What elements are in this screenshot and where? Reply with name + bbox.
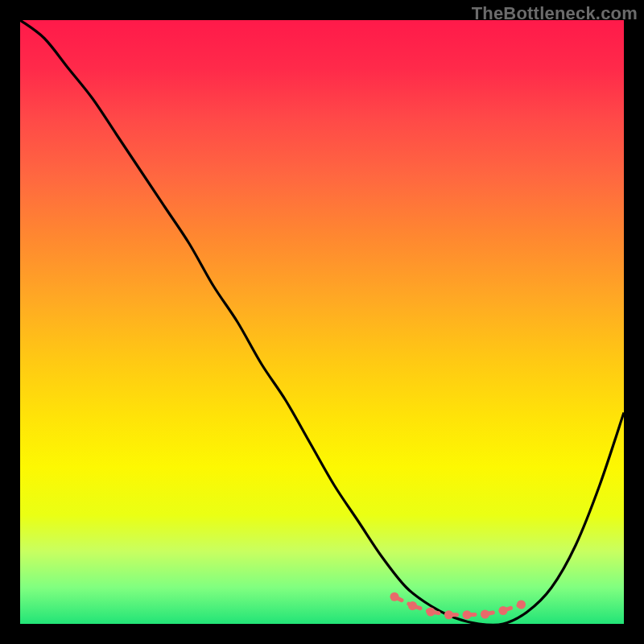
marker-dot	[463, 610, 472, 619]
marker-dot	[499, 606, 508, 615]
marker-dot	[444, 610, 453, 619]
marker-dot	[517, 601, 526, 609]
optimal-range-markers	[390, 592, 526, 620]
bottleneck-chart: TheBottleneck.com	[0, 0, 644, 644]
marker-dot	[481, 610, 489, 619]
marker-dot	[408, 601, 417, 610]
curve-layer	[20, 20, 624, 624]
watermark-label: TheBottleneck.com	[472, 3, 638, 24]
bottleneck-curve-path	[20, 20, 624, 624]
plot-area	[20, 20, 624, 624]
marker-dot	[427, 608, 436, 617]
marker-dot	[390, 592, 399, 601]
